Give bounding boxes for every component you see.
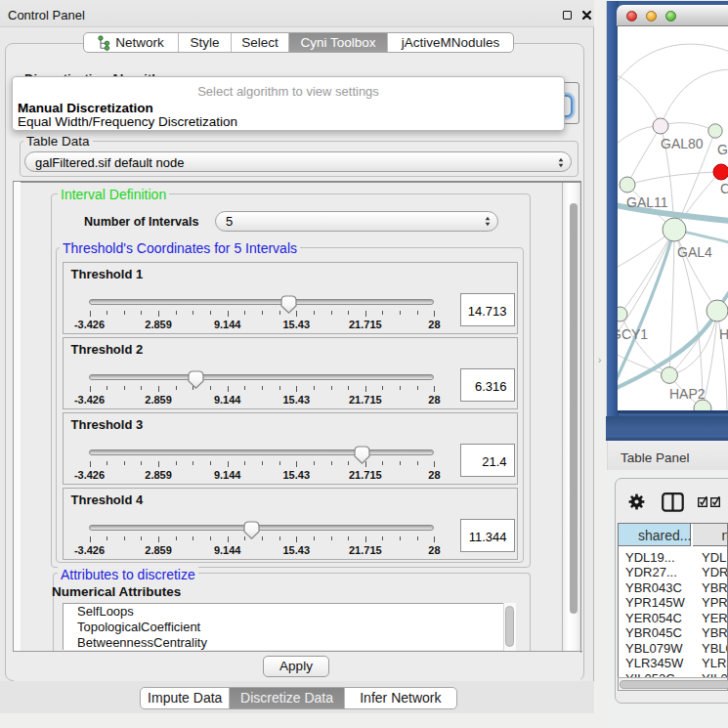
svg-text:GCY1: GCY1 (618, 326, 648, 342)
svg-text:GAL80: GAL80 (661, 136, 704, 151)
svg-text:GAL4: GAL4 (677, 244, 712, 260)
svg-text:HAP2: HAP2 (669, 386, 706, 402)
svg-text:HIS4: HIS4 (719, 326, 728, 342)
svg-text:CDC2: CDC2 (720, 181, 728, 196)
svg-text:GAL2: GAL2 (717, 142, 728, 157)
svg-text:GAL11: GAL11 (626, 194, 668, 210)
